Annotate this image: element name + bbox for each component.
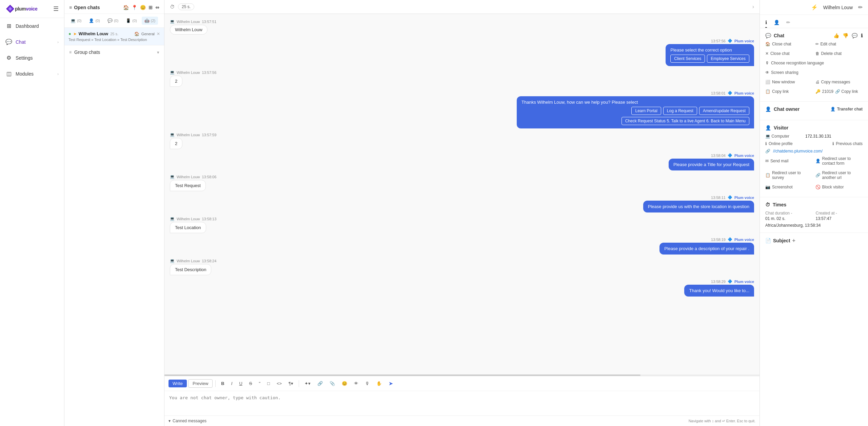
group-chats-section[interactable]: ≡ Group chats ▾ [64,45,164,59]
hamburger-menu[interactable]: ☰ [53,5,59,13]
screen-sharing-link[interactable]: 👁 Screen sharing [765,70,863,75]
redirect-contact-icon: 👤 [815,159,821,163]
redirect-survey-link[interactable]: 📋 Redirect user to survey [765,170,813,180]
quote-button[interactable]: " [256,380,263,387]
screenshot-link[interactable]: 📷 Screenshot [765,185,813,189]
profile-tab-icon: 👤 [89,18,94,23]
online-profile-link[interactable]: ℹ Online profile [765,141,793,146]
nav-hint: Navigate with ↕ and ↵ Enter. Esc to quit… [689,419,755,423]
sidebar-item-modules[interactable]: ◫ Modules › [0,66,64,82]
link-button[interactable]: 🔗 [315,380,326,387]
option-check-status[interactable]: Check Request Status 5. Talk to a live A… [622,117,749,125]
general-link[interactable]: 🏠 Close chat [765,42,813,46]
msg-options-2: Client Services Employee Services [670,55,749,63]
previous-chats-link[interactable]: ℹ Previous chats [832,141,863,146]
tab-chat[interactable]: 💬 (0) [105,17,121,25]
edit-pen-icon[interactable]: ✏ [858,4,863,11]
visitor-url[interactable]: //chatdemo.plumvoice.com/ [773,149,863,154]
canned-messages-label[interactable]: Canned messages [173,419,206,423]
msg-meta-12: 13:58:29 🔷 Plum voice [711,279,754,284]
chat-nav-forward-icon[interactable]: › [752,4,754,10]
home-icon[interactable]: 🏠 [123,5,129,10]
sidebar-item-settings-label: Settings [16,55,33,61]
copy-messages-link[interactable]: 📋 Copy link [765,89,813,94]
special-char-button[interactable]: ✦▾ [302,380,313,387]
code-block-button[interactable]: □ [264,380,273,387]
right-tab-people[interactable]: 👤 [774,18,780,28]
group-chats-list-icon: ≡ [69,50,72,55]
redirect-contact-link[interactable]: 👤 Redirect user to contact form [815,156,863,166]
tab-message[interactable]: 📱 (0) [123,17,139,25]
block-visitor-link[interactable]: 🚫 Block visitor [815,185,863,189]
sidebar-item-dashboard[interactable]: ⊞ Dashboard [0,18,64,34]
option-client-services[interactable]: Client Services [670,55,705,63]
emoji-icon[interactable]: 😊 [140,5,146,10]
redirect-url-link[interactable]: 🔗 Redirect user to another url [815,170,863,180]
expand-icon[interactable]: ⇔ [155,5,159,10]
send-mail-link[interactable]: ✉ Send mail [765,156,813,166]
send-mail-label: Send mail [770,159,788,163]
delete-chat-link[interactable]: 🗑 Delete chat [815,51,863,56]
new-window-link[interactable]: ⬜ New window [765,80,813,84]
copy-link-button[interactable]: 🔗 Copy link [835,89,858,94]
plum-icon-2: 🔷 [728,39,732,43]
strikethrough-button[interactable]: S [246,380,255,387]
location-icon[interactable]: 📍 [132,5,137,10]
print-link[interactable]: 🖨 Copy messages [815,80,863,84]
underline-button[interactable]: U [236,380,245,387]
bold-button[interactable]: B [218,380,227,387]
message-row-3: 💻 Wilhelm Louw 13:57:56 2 [170,70,754,87]
msg-time-9: 13:58:13 [202,217,216,221]
paragraph-button[interactable]: ¶▾ [286,380,296,387]
sidebar-item-chat[interactable]: 💬 Chat › [0,34,64,50]
scroll-bar[interactable] [164,374,760,376]
msg-time-5: 13:57:59 [202,133,216,137]
grid-icon[interactable]: ⊞ [149,5,153,10]
left-sidebar: plumvoice ☰ ⊞ Dashboard 💬 Chat › ⚙ Setti… [0,0,64,426]
subject-add-button[interactable]: + [792,238,795,244]
speech-icon[interactable]: 💬 [852,33,857,38]
thumbs-up-icon[interactable]: 👍 [833,33,839,38]
message-row-1: 💻 Wilhelm Louw 13:57:51 Wilhelm Louw [170,19,754,35]
header-icons-area: 🏠 📍 😊 ⊞ ⇔ [123,5,159,10]
right-tab-info[interactable]: ℹ [765,18,767,28]
option-learn-portal[interactable]: Learn Portal [631,107,661,115]
mic-button[interactable]: 🎙 [362,380,372,387]
close-chat-link[interactable]: ✕ Close chat [765,51,813,56]
chat-icon: 💬 [5,39,12,45]
transfer-chat-link[interactable]: 👤 Transfer chat [830,107,863,111]
canned-toggle-icon: ▾ [169,419,171,423]
messages-area: 💻 Wilhelm Louw 13:57:51 Wilhelm Louw 13:… [164,14,760,374]
option-log-request[interactable]: Log a Request [663,107,697,115]
emoji-button[interactable]: 😊 [339,380,350,387]
tab-android[interactable]: 🤖 (2) [142,17,158,25]
chat-item-close-button[interactable]: ✕ [157,32,160,36]
group-chats-label: Group chats [74,49,157,55]
right-tab-edit[interactable]: ✏ [786,18,790,28]
screen-sharing-icon: 👁 [765,70,769,75]
msg-time-12: 13:58:29 [711,280,726,284]
attachment-button[interactable]: 📎 [327,380,338,387]
tab-profile[interactable]: 👤 (0) [86,17,102,25]
edit-chat-link[interactable]: ✏ Edit chat [815,42,863,46]
preview-button[interactable]: 👁 [351,380,361,387]
option-amend-request[interactable]: Amend/update Request [699,107,749,115]
plum-brand-8: Plum voice [734,196,754,200]
msg-author-icon-3: 💻 [170,70,175,75]
option-employee-services[interactable]: Employee Services [707,55,749,63]
choose-recognition-link[interactable]: 🎙 Choose recognition language [765,61,863,65]
write-tab-button[interactable]: Write [169,380,187,387]
info-icon[interactable]: ℹ [861,33,863,38]
code-button[interactable]: <> [274,380,284,387]
send-button[interactable]: ➤ [386,379,396,388]
tab-web[interactable]: 💻 (0) [68,17,84,25]
chat-input-field[interactable] [164,391,760,414]
chat-list-item[interactable]: ● ➤ Wilhelm Louw 25 s. 🏠 General ✕ Test … [64,28,164,45]
preview-tab-button[interactable]: Preview [188,379,213,388]
hand-button[interactable]: ✋ [374,380,384,387]
sidebar-item-settings[interactable]: ⚙ Settings [0,50,64,66]
print-label: Copy messages [821,80,850,84]
right-panel-username: Wilhelm Louw [823,5,853,10]
italic-button[interactable]: I [229,380,235,387]
thumbs-down-icon[interactable]: 👎 [843,33,848,38]
